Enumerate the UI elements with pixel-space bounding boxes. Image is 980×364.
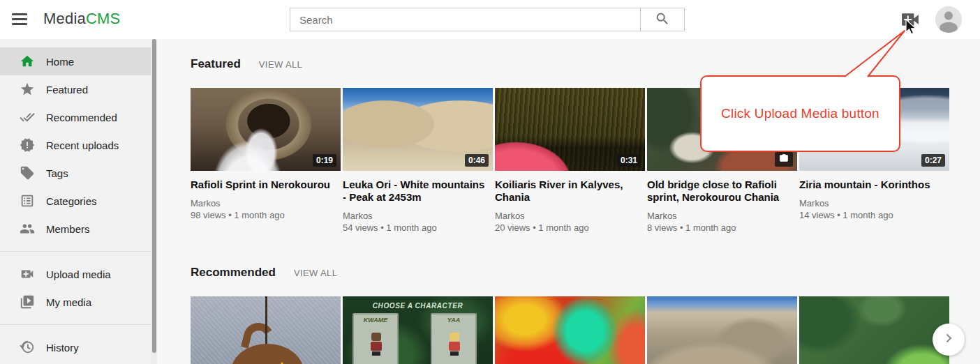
duration-badge: 0:31 [617, 154, 641, 167]
video-title[interactable]: Leuka Ori - White mountains - Peak at 24… [343, 179, 489, 204]
sidebar-item-categories[interactable]: Categories [0, 187, 151, 215]
sidebar-divider [0, 324, 151, 325]
thumbnail-art: KWAME [352, 313, 399, 364]
video-thumbnail[interactable]: 0:46 [343, 88, 493, 171]
sidebar-item-label: Tags [46, 167, 68, 179]
members-icon [20, 221, 35, 236]
featured-view-all-link[interactable]: VIEW ALL [259, 59, 302, 70]
video-card[interactable]: 0:19 Rafioli Sprint in Nerokourou Markos… [191, 88, 341, 234]
sidebar-item-recent-uploads[interactable]: Recent uploads [0, 131, 151, 159]
tooltip-bubble: Click Upload Media button [700, 75, 900, 152]
upload-media-icon [20, 266, 35, 282]
sidebar-item-tags[interactable]: Tags [0, 159, 151, 187]
video-author[interactable]: Markos [647, 210, 797, 222]
sidebar: Home Featured Recommended Recent uploads… [0, 39, 151, 364]
video-thumbnail[interactable]: 0:31 [495, 88, 645, 171]
sidebar-scrollbar[interactable] [151, 39, 157, 364]
sidebar-item-members[interactable]: Members [0, 215, 151, 243]
thumbnail-art [449, 333, 460, 356]
video-title[interactable]: Rafioli Sprint in Nerokourou [191, 179, 337, 191]
logo-cms-text: CMS [86, 10, 121, 27]
history-icon [20, 340, 35, 355]
sidebar-item-label: My media [46, 296, 91, 308]
thumbnail-art [371, 333, 382, 356]
sidebar-item-upload-media[interactable]: Upload media [0, 260, 151, 288]
video-meta: 54 views • 1 month ago [343, 222, 493, 234]
section-title: Featured [191, 57, 241, 71]
new-releases-icon [20, 137, 35, 153]
hamburger-menu-icon[interactable] [11, 12, 28, 27]
video-card[interactable] [799, 296, 949, 364]
recommended-cards-row: CHOOSE A CHARACTER KWAME YAA Selected Se… [191, 296, 980, 364]
featured-section-header: Featured VIEW ALL [191, 57, 980, 71]
video-thumbnail[interactable] [647, 296, 797, 364]
video-card[interactable]: 0:31 Koiliaris River in Kalyves, Chania … [495, 88, 645, 234]
chevron-right-icon [940, 330, 957, 349]
game-character-name: YAA [432, 317, 475, 324]
video-title[interactable]: Old bridge close to Rafioli sprint, Nero… [647, 179, 794, 204]
video-thumbnail[interactable] [191, 296, 341, 364]
sidebar-item-label: Recommended [46, 112, 117, 123]
video-meta: 98 views • 1 month ago [191, 209, 341, 221]
sidebar-item-label: Categories [46, 195, 97, 207]
video-author[interactable]: Markos [343, 210, 493, 222]
person-icon [935, 23, 962, 33]
sidebar-item-label: Members [46, 223, 90, 235]
sidebar-item-label: History [46, 342, 79, 354]
duration-badge: 0:19 [313, 154, 336, 167]
section-title: Recommended [191, 266, 276, 280]
sidebar-item-recommended[interactable]: Recommended [0, 103, 151, 131]
video-author[interactable]: Markos [191, 197, 341, 209]
video-card[interactable] [495, 296, 645, 364]
thumbnail-art [265, 296, 267, 345]
recommended-section-header: Recommended VIEW ALL [191, 266, 980, 280]
video-thumbnail[interactable] [495, 296, 645, 364]
sidebar-item-home[interactable]: Home [0, 47, 151, 75]
video-meta: 20 views • 1 month ago [495, 222, 645, 234]
video-card[interactable]: CHOOSE A CHARACTER KWAME YAA Selected Se… [343, 296, 493, 364]
video-title[interactable]: Ziria mountain - Korinthos [799, 179, 946, 191]
video-author[interactable]: Markos [799, 197, 949, 209]
duration-badge: 0:46 [465, 154, 489, 167]
upload-media-button[interactable] [901, 12, 919, 27]
video-thumbnail[interactable] [799, 296, 949, 364]
search-button[interactable] [640, 8, 685, 31]
video-title[interactable]: Koiliaris River in Kalyves, Chania [495, 179, 641, 204]
video-meta: 14 views • 1 month ago [799, 209, 949, 221]
video-author[interactable]: Markos [495, 210, 645, 222]
sidebar-item-label: Upload media [46, 268, 111, 280]
sidebar-item-featured[interactable]: Featured [0, 75, 151, 103]
search-bar [290, 8, 685, 31]
video-meta: 8 views • 1 month ago [647, 222, 797, 234]
upload-media-icon [901, 17, 919, 29]
camera-icon [775, 152, 793, 167]
video-card[interactable] [647, 296, 797, 364]
star-icon [20, 82, 35, 97]
sidebar-item-history[interactable]: History [0, 333, 151, 361]
logo-media-text: Media [43, 10, 86, 27]
logo[interactable]: MediaCMS [43, 10, 120, 28]
sidebar-divider [0, 251, 151, 252]
video-thumbnail[interactable]: 0:19 [191, 88, 341, 171]
tag-icon [20, 165, 35, 181]
my-media-icon [20, 294, 35, 310]
tooltip-text: Click Upload Media button [721, 106, 879, 121]
done-all-icon [20, 109, 35, 125]
carousel-next-button[interactable] [933, 324, 965, 356]
sidebar-item-label: Featured [46, 84, 88, 96]
video-thumbnail[interactable]: CHOOSE A CHARACTER KWAME YAA Selected Se… [343, 296, 493, 364]
user-avatar[interactable] [935, 6, 962, 33]
top-bar: MediaCMS [0, 0, 980, 39]
game-heading-text: CHOOSE A CHARACTER [343, 302, 493, 310]
video-card[interactable]: 0:46 Leuka Ori - White mountains - Peak … [343, 88, 493, 234]
recommended-view-all-link[interactable]: VIEW ALL [294, 268, 337, 278]
sidebar-item-my-media[interactable]: My media [0, 288, 151, 316]
sidebar-item-label: Home [46, 56, 74, 68]
duration-badge: 0:27 [921, 154, 945, 167]
scrollbar-thumb[interactable] [152, 39, 156, 353]
home-icon [20, 54, 35, 69]
search-input[interactable] [290, 8, 640, 31]
video-card[interactable] [191, 296, 341, 364]
categories-icon [20, 193, 35, 208]
game-character-name: KWAME [354, 317, 397, 324]
